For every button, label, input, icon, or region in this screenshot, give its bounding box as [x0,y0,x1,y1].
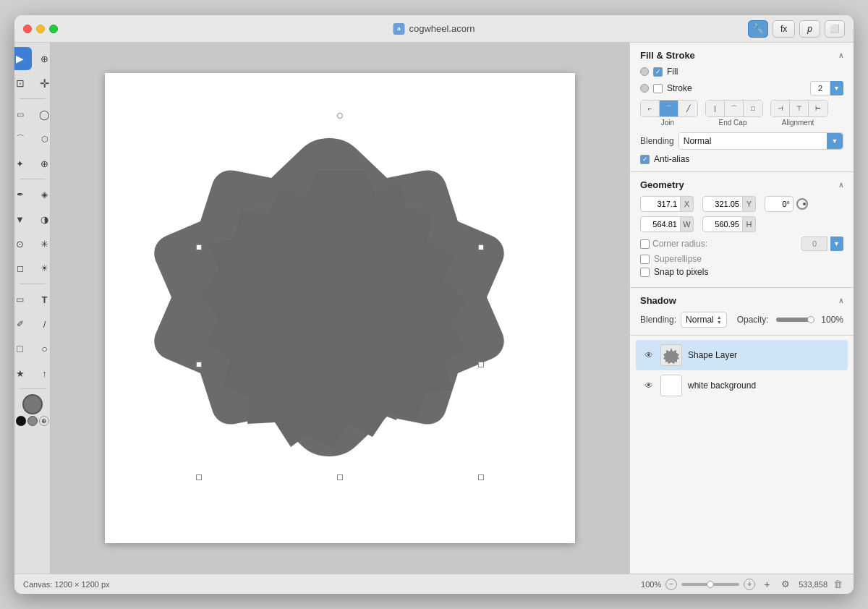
corner-radius-dropdown[interactable]: ▼ [830,237,843,251]
toolbar-p-btn[interactable]: p [799,20,820,38]
background-color[interactable] [27,416,38,426]
fill-radio[interactable] [640,67,649,76]
stroke-label: Stroke [667,83,692,93]
foreground-color[interactable] [16,416,26,426]
toolbar-tool-btn[interactable]: 🔧 [748,20,768,38]
zoom-thumb [707,581,714,588]
antialias-checkbox[interactable]: ✓ [640,155,650,164]
pointer-tool[interactable]: ▶ [14,47,32,70]
join-bevel-btn[interactable]: ╱ [678,101,697,116]
shadow-blending-row: Blending: Normal ▲ ▼ Opacity: 100% [640,312,843,328]
superellipse-label: Superellipse [654,254,702,264]
rect-shape-tool[interactable]: ▭ [14,288,32,311]
w-input[interactable] [640,216,681,232]
align-inside-btn[interactable]: ⊣ [771,101,790,116]
align-outside-btn[interactable]: ⊢ [809,101,827,116]
zoom-slider[interactable] [681,583,739,586]
fill-row: ✓ Fill [640,67,843,77]
h-input[interactable] [702,216,743,232]
rect-select-tool[interactable]: ▭ [14,103,32,126]
alignment-btn-group: ⊣ ⊤ ⊢ [770,100,828,117]
shadow-opacity-label: Opacity: [737,315,769,325]
stroke-value[interactable]: 2 [810,81,830,95]
bottom-bar: Canvas: 1200 × 1200 px 100% − + + ⚙ 533,… [14,574,854,594]
blending-value[interactable]: Normal [679,133,827,149]
rect-tool[interactable]: □ [14,337,32,360]
shadow-blend-select[interactable]: Normal ▲ ▼ [681,312,727,328]
y-label: Y [743,196,756,212]
join-round-btn[interactable]: ⌒ [660,101,678,116]
titlebar-center: a cogwheel.acorn [393,23,475,35]
shadow-collapse[interactable]: ∧ [838,297,843,304]
align-center-btn[interactable]: ⊤ [790,101,809,116]
lasso-tool[interactable]: ⌒ [14,127,32,150]
zoom-magnifier[interactable]: ⊕ [39,416,49,426]
shadow-section: Shadow ∧ Blending: Normal ▲ ▼ Opacity: [630,288,854,336]
layer-settings-btn[interactable]: ⚙ [781,579,793,590]
zoom-in-btn[interactable]: + [744,579,755,590]
fill-checkbox[interactable]: ✓ [653,67,663,77]
add-layer-btn[interactable]: + [764,579,775,590]
canvas-area[interactable] [51,43,629,574]
angle-input[interactable] [765,196,793,212]
paint-bucket-tool[interactable]: ▼ [14,208,32,231]
toolbar-fx-btn[interactable]: fx [773,20,795,38]
layer-thumb-shape [660,344,682,366]
y-input[interactable] [702,196,743,212]
fill-color-swatch[interactable] [22,394,43,414]
angle-indicator [796,198,808,210]
zoom-out-btn[interactable]: − [665,579,677,590]
antialias-row: ✓ Anti-alias [640,154,843,164]
geo-wh-row: W H [640,216,843,232]
layer-visibility-shape[interactable]: 👁 [643,349,655,361]
y-input-group: Y [702,196,756,212]
fill-stroke-collapse[interactable]: ∧ [838,51,843,59]
snap-to-pixels-label: Snap to pixels [654,267,708,277]
layer-name-bg: white background [688,380,756,391]
endcap-square-btn[interactable]: □ [744,101,762,116]
stamp-tool[interactable]: ⊙ [14,232,32,255]
stroke-radio[interactable] [640,84,649,93]
layers-section: 👁 Shape Layer 👁 white background [630,336,854,405]
stroke-dropdown[interactable]: ▼ [830,81,843,95]
canvas-document [105,73,575,543]
window-title: cogwheel.acorn [409,23,475,34]
join-btn-group: ⌐ ⌒ ╱ [640,100,698,117]
join-miter-btn[interactable]: ⌐ [641,101,660,116]
endcap-btn-group: | ⌒ □ [705,100,763,117]
bezier-tool[interactable]: ✐ [14,312,32,336]
shadow-blend-value: Normal [686,315,714,325]
minimize-button[interactable] [36,25,45,33]
maximize-button[interactable] [49,25,58,33]
endcap-butt-btn[interactable]: | [706,101,725,116]
superellipse-checkbox[interactable] [640,255,650,264]
endcap-round-btn[interactable]: ⌒ [725,101,744,116]
snap-to-pixels-checkbox[interactable] [640,268,650,277]
magic-wand-tool[interactable]: ✦ [14,152,32,175]
shadow-opacity-value: 100% [821,315,843,325]
pen-tool[interactable]: ✒ [14,183,32,206]
star-tool[interactable]: ★ [14,362,32,385]
eraser-tool[interactable]: ◻ [14,257,32,280]
layer-item-background[interactable]: 👁 white background [636,370,848,401]
stroke-checkbox[interactable] [653,84,663,93]
close-button[interactable] [23,25,32,33]
geometry-collapse[interactable]: ∧ [838,181,843,189]
join-label: Join [661,119,674,127]
layer-name-shape: Shape Layer [688,350,737,360]
bottom-right-controls: + ⚙ 533,858 🗑 [764,579,845,590]
corner-radius-checkbox[interactable] [640,239,650,249]
sidebar-toggle-btn[interactable]: ⬜ [825,20,845,38]
crop-tool[interactable]: ⊡ [14,72,32,95]
blending-dropdown-btn[interactable]: ▼ [827,133,843,149]
layer-thumb-shape-icon [663,346,680,364]
layer-visibility-bg[interactable]: 👁 [643,380,655,391]
shadow-title: Shadow [640,295,676,306]
corner-radius-value[interactable]: 0 [801,237,827,251]
left-toolbar: ▶ ⊕ ⊡ ✛ ▭ ◯ ⌒ ⬡ ✦ ⊕ ✒ ◈ [14,43,51,574]
opacity-slider[interactable] [776,318,814,322]
x-input[interactable] [640,196,681,212]
delete-layer-btn[interactable]: 🗑 [833,579,845,590]
layer-item-shape[interactable]: 👁 Shape Layer [636,340,848,370]
endcap-label: End Cap [719,119,747,127]
